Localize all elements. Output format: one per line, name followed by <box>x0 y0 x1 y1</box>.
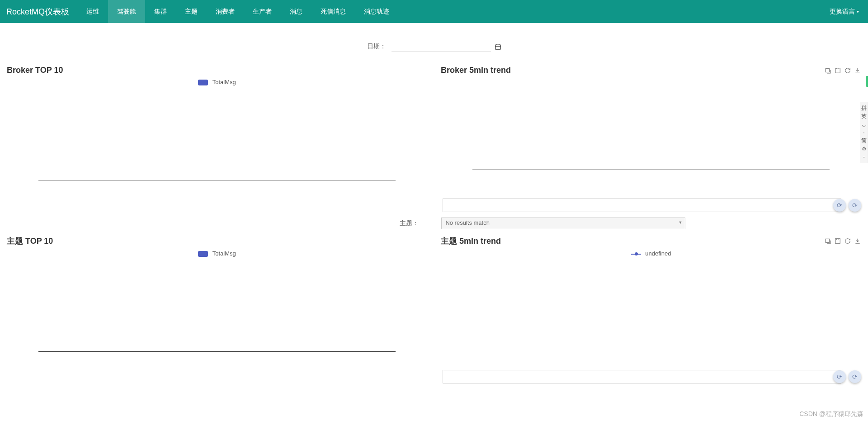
svg-rect-7 <box>835 239 840 244</box>
legend-line-icon <box>631 254 641 255</box>
topic-trend-card: 主题 5min trend undefined <box>441 236 861 356</box>
ime-item[interactable]: · <box>861 128 867 137</box>
topic-trend-title: 主题 5min trend <box>441 236 501 246</box>
bottom-search-section: ⟳ ⟳ <box>7 368 861 387</box>
broker-top10-legend-label: TotalMsg <box>212 79 236 85</box>
navbar: RocketMQ仪表板 运维 驾驶舱 集群 主题 消费者 生产者 消息 死信消息… <box>0 0 868 23</box>
zoom-reset-icon[interactable] <box>834 67 841 74</box>
nav-item-cluster[interactable]: 集群 <box>145 0 176 23</box>
nav-item-ops[interactable]: 运维 <box>77 0 108 23</box>
download-icon[interactable] <box>854 237 861 245</box>
broker-trend-title: Broker 5min trend <box>441 66 511 75</box>
topic-filter-section: ⟳ ⟳ 主题： No results match <box>7 197 861 233</box>
content: 日期： Broker TOP 10 TotalMsg Broker 5min t… <box>0 23 868 387</box>
language-label: 更换语言 <box>830 8 855 16</box>
language-switch[interactable]: 更换语言 ▾ <box>830 0 859 23</box>
bottom-knob-left[interactable]: ⟳ <box>833 370 846 383</box>
zoom-icon[interactable] <box>824 237 831 245</box>
ime-item[interactable]: - <box>861 153 867 161</box>
charts-row-2: 主题 TOP 10 TotalMsg 主题 5min trend und <box>7 236 861 356</box>
nav-item-producer[interactable]: 生产者 <box>244 0 281 23</box>
nav-item-message[interactable]: 消息 <box>281 0 311 23</box>
nav-item-dlq[interactable]: 死信消息 <box>311 0 355 23</box>
topic-top10-title: 主题 TOP 10 <box>7 236 53 246</box>
nav-items: 运维 驾驶舱 集群 主题 消费者 生产者 消息 死信消息 消息轨迹 <box>77 0 398 23</box>
ime-item[interactable]: ◡ <box>861 120 867 128</box>
charts-row-1: Broker TOP 10 TotalMsg Broker 5min trend <box>7 66 861 185</box>
search-knob-right[interactable]: ⟳ <box>849 199 861 212</box>
broker-top10-chart <box>38 90 396 180</box>
legend-swatch-icon <box>198 251 208 257</box>
ime-item[interactable]: 英 <box>861 112 867 120</box>
topic-top10-card: 主题 TOP 10 TotalMsg <box>7 236 427 356</box>
nav-item-consumer[interactable]: 消费者 <box>207 0 244 23</box>
broker-top10-title: Broker TOP 10 <box>7 66 63 75</box>
topic-trend-toolbox <box>824 237 861 245</box>
refresh-icon[interactable] <box>844 67 851 74</box>
zoom-icon[interactable] <box>824 67 831 74</box>
date-input[interactable] <box>392 41 491 52</box>
broker-top10-legend[interactable]: TotalMsg <box>7 79 427 85</box>
calendar-icon[interactable] <box>495 43 501 50</box>
ime-item[interactable]: ⚙ <box>861 145 867 153</box>
nav-item-dashboard[interactable]: 驾驶舱 <box>108 0 145 23</box>
topic-top10-legend-label: TotalMsg <box>212 250 236 257</box>
svg-rect-0 <box>495 45 500 49</box>
svg-rect-4 <box>826 68 829 72</box>
topic-top10-chart <box>38 261 396 352</box>
scroll-indicator <box>866 76 868 87</box>
topic-trend-legend-label: undefined <box>645 250 671 257</box>
topic-top10-legend[interactable]: TotalMsg <box>7 250 427 257</box>
ime-item[interactable]: 简 <box>861 137 867 145</box>
broker-trend-chart <box>472 80 830 170</box>
download-icon[interactable] <box>854 67 861 74</box>
date-label: 日期： <box>367 43 386 51</box>
caret-down-icon: ▾ <box>857 9 859 14</box>
refresh-icon[interactable] <box>844 237 851 245</box>
date-row: 日期： <box>7 32 861 66</box>
broker-trend-card: Broker 5min trend <box>441 66 861 185</box>
topic-trend-chart <box>472 261 830 338</box>
zoom-reset-icon[interactable] <box>834 237 841 245</box>
date-input-wrap <box>392 41 501 52</box>
bottom-knob-right[interactable]: ⟳ <box>849 370 861 383</box>
broker-trend-toolbox <box>824 67 861 74</box>
broker-top10-card: Broker TOP 10 TotalMsg <box>7 66 427 185</box>
bottom-search-input[interactable] <box>443 370 841 383</box>
topic-select[interactable]: No results match <box>441 218 685 229</box>
topic-trend-legend[interactable]: undefined <box>441 250 861 257</box>
nav-item-trace[interactable]: 消息轨迹 <box>355 0 398 23</box>
brand-title: RocketMQ仪表板 <box>6 6 77 17</box>
ime-item[interactable]: 拼 <box>861 104 867 112</box>
svg-rect-5 <box>835 68 840 73</box>
search-knob-left[interactable]: ⟳ <box>833 199 846 212</box>
topic-search-input[interactable] <box>443 199 841 212</box>
nav-item-topic[interactable]: 主题 <box>176 0 207 23</box>
svg-rect-6 <box>826 239 829 242</box>
ime-sidebar[interactable]: 拼 英 ◡ · 简 ⚙ - <box>860 102 868 163</box>
topic-filter-label: 主题： <box>400 219 419 227</box>
legend-swatch-icon <box>198 80 208 85</box>
